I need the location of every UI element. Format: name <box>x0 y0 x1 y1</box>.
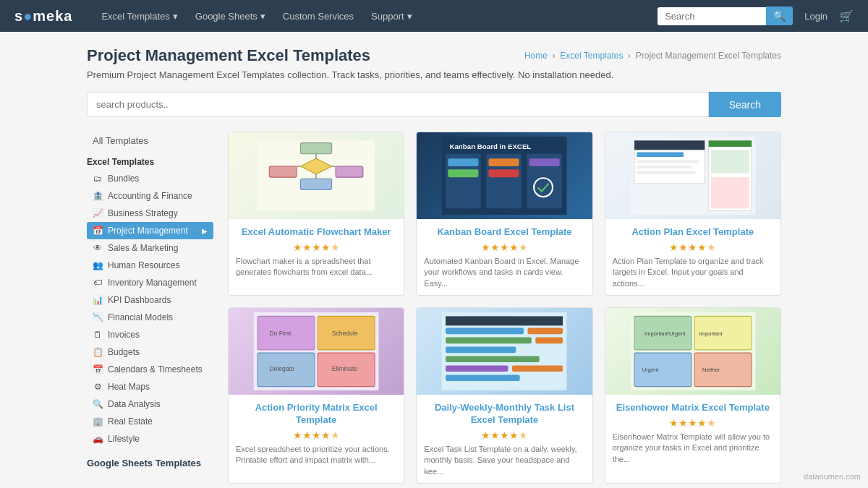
nav-custom-services[interactable]: Custom Services <box>276 8 361 25</box>
svg-text:Urgent: Urgent <box>642 367 660 373</box>
sidebar-item-budgets[interactable]: 📋 Budgets <box>87 343 213 361</box>
sidebar-item-calendars[interactable]: 📅 Calendars & Timesheets <box>87 361 213 378</box>
nav-search-button[interactable]: 🔍 <box>766 7 793 25</box>
svg-rect-18 <box>489 169 519 177</box>
svg-rect-26 <box>637 166 692 168</box>
svg-rect-49 <box>446 366 508 372</box>
cart-icon[interactable]: 🛒 <box>839 9 854 23</box>
breadcrumb-home[interactable]: Home <box>524 51 548 61</box>
product-card-flowchart[interactable]: Excel Automatic Flowchart Maker ★★★★★ Fl… <box>228 132 404 296</box>
nav-support[interactable]: Support ▾ <box>364 8 420 25</box>
product-thumbnail-flowchart <box>229 132 404 219</box>
svg-rect-19 <box>529 158 560 166</box>
product-card-priority-matrix[interactable]: Do First Schedule Delegate Eliminate Act… <box>228 307 404 484</box>
sidebar-item-financial[interactable]: 📉 Financial Models <box>87 309 213 326</box>
product-card-action-plan[interactable]: Action Plan Excel Template ★★★★★ Action … <box>605 132 781 296</box>
nav-excel-templates[interactable]: Excel Templates ▾ <box>94 8 184 25</box>
svg-rect-27 <box>637 171 695 174</box>
page-description: Premium Project Management Excel Templat… <box>87 69 781 80</box>
product-stars-kanban: ★★★★★ <box>424 241 584 253</box>
svg-rect-5 <box>336 166 363 177</box>
svg-rect-24 <box>637 153 684 157</box>
breadcrumb: Home › Excel Templates › Project Managem… <box>524 46 781 61</box>
svg-text:Delegate: Delegate <box>269 365 294 372</box>
sidebar-item-business[interactable]: 📈 Business Strategy <box>87 205 213 222</box>
product-name-eisenhower: Eisenhower Matrix Excel Template <box>613 402 773 414</box>
product-desc-flowchart: Flowchart maker is a spreadsheet that ge… <box>236 256 396 278</box>
product-thumbnail-kanban: Kanban Board in EXCEL <box>417 132 592 219</box>
svg-rect-17 <box>489 158 519 166</box>
search-input[interactable] <box>87 92 709 117</box>
sidebar-item-bundles[interactable]: 🗂 Bundles <box>87 170 213 187</box>
sidebar-item-data-analysis[interactable]: 🔍 Data Analysis <box>87 395 213 413</box>
inventory-icon: 🏷 <box>93 278 103 288</box>
search-button[interactable]: Search <box>709 92 781 117</box>
sidebar-all-templates[interactable]: All Templates <box>87 132 213 150</box>
sidebar-item-heatmaps[interactable]: ⚙ Heat Maps <box>87 378 213 395</box>
svg-rect-46 <box>536 338 563 344</box>
sidebar-label: Invoices <box>108 330 140 340</box>
sidebar-google-group: Google Sheets Templates <box>87 458 213 468</box>
product-desc-eisenhower: Eisenhower Matrix Template will allow yo… <box>613 432 773 465</box>
svg-rect-4 <box>269 166 297 177</box>
page-title: Project Management Excel Templates <box>87 46 370 65</box>
svg-text:Do First: Do First <box>269 330 292 337</box>
sidebar-item-inventory[interactable]: 🏷 Inventory Management <box>87 274 213 291</box>
sidebar-label: Heat Maps <box>108 382 150 392</box>
product-info: Action Plan Excel Template ★★★★★ Action … <box>605 219 780 295</box>
page-header: Project Management Excel Templates Home … <box>87 46 781 65</box>
product-name-action: Action Plan Excel Template <box>613 226 773 239</box>
product-thumbnail-eisenhower: Important/Urgent Important Urgent Neithe… <box>605 308 780 395</box>
product-desc-tasklist: Excel Task List Template on a daily, wee… <box>424 444 584 477</box>
nav-right: 🔍 Login 🛒 <box>658 7 854 25</box>
nav-search-input[interactable] <box>658 7 766 25</box>
business-icon: 📈 <box>93 208 103 218</box>
svg-rect-25 <box>637 160 699 163</box>
sidebar-label: Project Management <box>108 226 188 236</box>
product-card-tasklist[interactable]: Daily-Weekly-Monthly Task List Excel Tem… <box>416 307 592 484</box>
product-card-eisenhower[interactable]: Important/Urgent Important Urgent Neithe… <box>605 307 781 484</box>
sidebar-item-real-estate[interactable]: 🏢 Real Estate <box>87 413 213 430</box>
sidebar-label: KPI Dashboards <box>108 295 171 305</box>
login-button[interactable]: Login <box>799 8 833 25</box>
product-name-kanban: Kanban Board Excel Template <box>424 226 584 239</box>
breadcrumb-parent[interactable]: Excel Templates <box>560 51 623 61</box>
svg-rect-30 <box>711 150 749 173</box>
sidebar-item-lifestyle[interactable]: 🚗 Lifestyle <box>87 430 213 448</box>
product-stars-priority: ★★★★★ <box>236 429 396 441</box>
product-name-tasklist: Daily-Weekly-Monthly Task List Excel Tem… <box>424 402 584 427</box>
project-icon: 📅 <box>93 226 103 236</box>
product-stars-action: ★★★★★ <box>613 241 773 253</box>
product-thumbnail-action <box>605 132 780 219</box>
svg-text:Important/Urgent: Important/Urgent <box>644 330 686 337</box>
sidebar-label: Bundles <box>108 174 139 184</box>
budgets-icon: 📋 <box>93 347 103 357</box>
product-card-kanban[interactable]: Kanban Board in EXCEL <box>416 132 592 296</box>
sidebar-item-accounting[interactable]: 🏦 Accounting & Finance <box>87 187 213 205</box>
svg-rect-3 <box>301 179 332 189</box>
sidebar-item-project-management[interactable]: 📅 Project Management ▶ <box>87 222 213 239</box>
accounting-icon: 🏦 <box>93 191 103 201</box>
sidebar-item-invoices[interactable]: 🗒 Invoices <box>87 326 213 343</box>
sidebar-item-sales[interactable]: 👁 Sales & Marketing <box>87 239 213 257</box>
sidebar-label: Financial Models <box>108 312 173 322</box>
content-layout: All Templates Excel Templates 🗂 Bundles … <box>87 132 781 488</box>
sidebar-label: Business Strategy <box>108 208 178 218</box>
bundles-icon: 🗂 <box>93 174 103 184</box>
sidebar-label: Inventory Management <box>108 278 197 288</box>
svg-rect-43 <box>446 328 524 335</box>
product-thumbnail-tasklist <box>417 308 592 395</box>
product-info: Action Priority Matrix Excel Template ★★… <box>229 395 404 472</box>
product-info: Excel Automatic Flowchart Maker ★★★★★ Fl… <box>229 219 404 284</box>
svg-rect-15 <box>448 158 479 166</box>
svg-rect-23 <box>634 140 705 150</box>
sidebar-item-kpi[interactable]: 📊 KPI Dashboards <box>87 291 213 309</box>
breadcrumb-current: Project Management Excel Templates <box>636 51 781 61</box>
sidebar: All Templates Excel Templates 🗂 Bundles … <box>87 132 213 488</box>
nav-google-sheets[interactable]: Google Sheets ▾ <box>188 8 273 25</box>
svg-text:Important: Important <box>699 330 723 337</box>
site-logo[interactable]: s●meka <box>14 8 72 25</box>
svg-rect-16 <box>448 169 479 177</box>
data-icon: 🔍 <box>93 399 103 409</box>
sidebar-item-hr[interactable]: 👥 Human Resources <box>87 257 213 274</box>
